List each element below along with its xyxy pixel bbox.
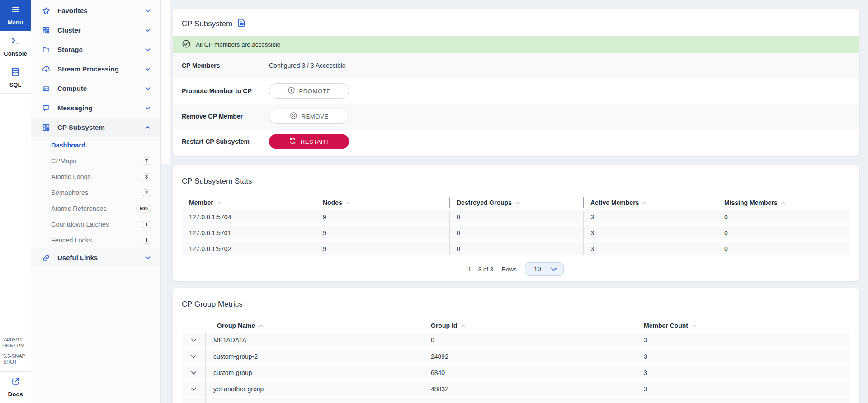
count-badge: 500	[136, 205, 151, 212]
table-row[interactable]: custom-group 6840 3	[182, 366, 850, 379]
sidebar-subitem-dashboard[interactable]: Dashboard	[31, 137, 160, 153]
sidebar-item-label: Messaging	[57, 104, 145, 112]
table-row[interactable]: custom-group-2 24892 3	[182, 350, 850, 363]
chevron-down-icon	[191, 338, 197, 342]
sidebar-subitem-semaphores[interactable]: Semaphores 2	[31, 185, 160, 200]
cp-members-value: Configured 3 / 3 Accessible	[269, 62, 346, 69]
chevron-down-icon	[145, 28, 151, 32]
menu-icon	[11, 5, 20, 16]
grid-icon	[42, 26, 50, 34]
remove-button[interactable]: REMOVE	[269, 109, 349, 124]
chat-bubble-icon	[42, 104, 50, 112]
promote-row: Promote Member to CP PROMOTE	[173, 78, 859, 104]
table-row[interactable]: yet-another-group 48832 3	[182, 382, 850, 396]
sidebar-item-useful-links[interactable]: Useful Links	[31, 248, 160, 267]
chevron-down-icon	[191, 387, 197, 391]
table-row[interactable]: 127.0.0.1:5702 9 0 3 0	[182, 242, 850, 255]
document-icon[interactable]	[238, 19, 245, 29]
sidebar-subitem-label: Dashboard	[51, 142, 151, 149]
sidebar-subitem-fenced-locks[interactable]: Fenced Locks 1	[31, 232, 160, 248]
cell-missing-members: 0	[717, 245, 850, 252]
sort-caret-icon	[692, 324, 697, 327]
expand-row-button[interactable]	[182, 338, 205, 342]
restart-row: Restart CP Subsystem RESTART	[173, 129, 859, 154]
promote-button[interactable]: PROMOTE	[269, 83, 349, 99]
rows-per-page-select[interactable]: 10	[525, 262, 564, 276]
cell-nodes: 9	[316, 213, 449, 221]
restart-button[interactable]: RESTART	[269, 134, 349, 149]
column-header-nodes[interactable]: Nodes	[316, 199, 449, 206]
table-row[interactable]: METADATA 0 3	[182, 333, 850, 347]
sidebar-item-cp-subsystem[interactable]: CP Subsystem	[31, 118, 160, 137]
header-divider	[583, 197, 584, 208]
rail-item-console[interactable]: Console	[0, 31, 31, 62]
column-label: Missing Members	[724, 199, 777, 206]
sidebar-item-messaging[interactable]: Messaging	[31, 98, 160, 118]
row-label: Restart CP Subsystem	[182, 138, 269, 145]
column-header-missing-members[interactable]: Missing Members	[717, 199, 850, 206]
sidebar-item-favorites[interactable]: Favorites	[31, 1, 160, 20]
rail-item-sql[interactable]: SQL	[0, 62, 31, 94]
sidebar-item-label: Stream Processing	[57, 65, 145, 73]
count-badge: 1	[142, 221, 151, 228]
scrollbar-thumb[interactable]	[161, 0, 170, 164]
card-title: CP Subsystem Stats	[182, 177, 850, 186]
sort-caret-icon	[781, 201, 786, 204]
expand-row-button[interactable]	[182, 355, 205, 359]
stats-table-body: 127.0.0.1:5704 9 0 3 0 127.0.0.1:5701 9 …	[182, 210, 850, 255]
column-divider	[316, 210, 316, 255]
row-label: Promote Member to CP	[182, 87, 269, 95]
column-divider	[717, 210, 717, 255]
card-title: CP Group Metrics	[182, 300, 850, 309]
table-row[interactable]: another-group 48744 3	[182, 398, 850, 403]
column-header-member-count[interactable]: Member Count	[636, 322, 850, 329]
sidebar-subitem-countdown-latches[interactable]: Countdown Latches 1	[31, 216, 160, 232]
cell-destroyed-groups: 0	[449, 245, 583, 252]
cp-members-row: CP Members Configured 3 / 3 Accessible	[173, 53, 859, 78]
cell-group-id: 6840	[423, 369, 636, 376]
chevron-down-icon	[145, 106, 151, 110]
sidebar-subitem-atomic-references[interactable]: Atomic References 500	[31, 200, 160, 216]
column-header-member[interactable]: Member	[182, 199, 316, 206]
sort-caret-icon	[515, 201, 520, 204]
column-divider	[583, 210, 584, 255]
card-title: CP Subsystem	[182, 19, 232, 28]
column-divider	[449, 210, 450, 255]
count-badge: 3	[142, 173, 151, 180]
count-badge: 1	[142, 237, 151, 244]
column-label: Active Members	[590, 199, 639, 206]
sidebar-item-storage[interactable]: Storage	[31, 40, 160, 59]
sidebar-subitem-cpmaps[interactable]: CPMaps 7	[31, 153, 160, 169]
sidebar-item-cluster[interactable]: Cluster	[31, 20, 160, 40]
sidebar-item-stream-processing[interactable]: Stream Processing	[31, 59, 160, 79]
sidebar-subitem-atomic-longs[interactable]: Atomic Longs 3	[31, 169, 160, 185]
cell-group-id: 48832	[423, 385, 636, 393]
sort-caret-icon	[461, 324, 466, 327]
rail-item-menu[interactable]: Menu	[0, 0, 31, 31]
restart-icon	[289, 137, 297, 146]
chevron-down-icon	[145, 87, 151, 90]
docs-link[interactable]: Docs	[0, 372, 31, 403]
column-divider	[205, 333, 206, 403]
chevron-down-icon	[145, 9, 151, 13]
expand-row-button[interactable]	[182, 387, 205, 391]
header-divider	[423, 320, 423, 331]
expand-row-button[interactable]	[182, 371, 205, 375]
banner-message: All CP members are accessible	[196, 41, 280, 48]
main-content: CP Subsystem All CP members are accessib…	[161, 0, 868, 403]
rows-per-page-label: Rows	[501, 266, 517, 273]
cluster-time-clock: 06:57 PM	[3, 343, 29, 349]
count-badge: 7	[142, 157, 151, 165]
table-row[interactable]: 127.0.0.1:5704 9 0 3 0	[182, 210, 850, 223]
sidebar-item-label: CP Subsystem	[57, 123, 145, 131]
column-header-group-id[interactable]: Group Id	[423, 322, 636, 329]
chevron-up-icon	[145, 126, 151, 129]
column-header-destroyed-groups[interactable]: Destroyed Groups	[449, 199, 583, 206]
column-header-active-members[interactable]: Active Members	[583, 199, 717, 206]
cell-missing-members: 0	[717, 213, 850, 221]
sidebar-item-label: Cluster	[57, 26, 145, 34]
chevron-down-icon	[191, 371, 197, 375]
sidebar-item-compute[interactable]: Compute	[31, 79, 160, 98]
column-header-group-name[interactable]: Group Name	[205, 322, 423, 329]
table-row[interactable]: 127.0.0.1:5701 9 0 3 0	[182, 226, 850, 239]
